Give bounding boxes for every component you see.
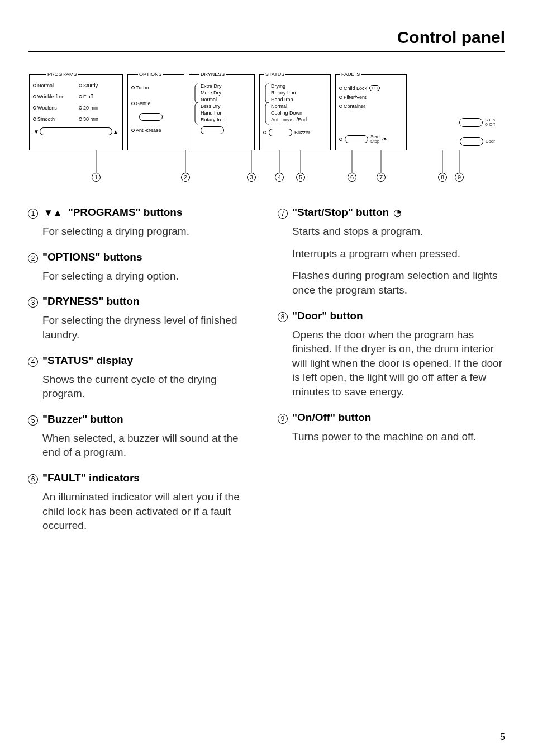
desc-8: Opens the door when the program has fini… [278, 328, 505, 399]
title-8: "Door" button [292, 310, 363, 322]
door-label: Door [486, 139, 495, 144]
dryness-bracket-icon [193, 83, 201, 123]
right-column: 7 "Start/Stop" button ◔ Starts and stops… [278, 206, 505, 545]
down-up-arrow-icon: ▼▲ [44, 207, 63, 219]
left-column: 1 ▼▲ "PROGRAMS" buttons For selecting a … [28, 206, 255, 545]
prog-smooth: Smooth [37, 116, 55, 122]
start-stop-label: Start Stop [370, 135, 380, 144]
item-8: 8 "Door" button Opens the door when the … [278, 310, 505, 399]
callout-6: 6 [348, 173, 356, 182]
panel-faults: FAULTS Child Lock PC Filter/Vent Contain… [335, 74, 407, 150]
down-arrow-icon: ▼ [34, 129, 39, 135]
start-stop-button[interactable] [345, 135, 368, 143]
title-4: "STATUS" display [42, 355, 133, 367]
item-9: 9 "On/Off" button Turns power to the mac… [278, 412, 505, 444]
callout-7: 7 [377, 173, 386, 182]
descriptions: 1 ▼▲ "PROGRAMS" buttons For selecting a … [28, 206, 505, 545]
buzzer-indicator-icon [263, 131, 266, 134]
callout-1: 1 [92, 173, 101, 182]
clock-icon: ◔ [393, 207, 402, 219]
panel-programs: PROGRAMS Normal Wrinkle-free Woolens Smo… [29, 74, 123, 150]
badge-8: 8 [278, 312, 288, 322]
callout-4: 4 [275, 173, 284, 182]
start-indicator-icon [339, 138, 342, 141]
item-4: 4 "STATUS" display Shows the current cyc… [28, 355, 255, 401]
fault-filter: Filter/Vent [344, 94, 367, 100]
dry-extra: Extra Dry [201, 83, 251, 89]
prog-woolens: Woolens [37, 105, 57, 111]
faults-title: FAULTS [340, 72, 361, 77]
badge-5: 5 [28, 415, 38, 426]
desc-9: Turns power to the machine on and off. [278, 429, 505, 444]
opt-turbo: Turbo [136, 85, 149, 91]
badge-7: 7 [278, 209, 288, 219]
desc-7a: Starts and stops a program. [278, 224, 505, 239]
dry-normal: Normal [201, 96, 251, 103]
options-title: OPTIONS [138, 72, 163, 77]
title-5: "Buzzer" button [42, 413, 123, 426]
callout-9: 9 [455, 173, 464, 182]
item-3: 3 "DRYNESS" button For selecting the dry… [28, 295, 255, 342]
programs-rocker-button[interactable]: ▼ ▲ [40, 127, 112, 135]
title-1: "PROGRAMS" buttons [68, 206, 183, 219]
title-6: "FAULT" indicators [42, 472, 140, 484]
status-end: Anti-crease/End [271, 116, 327, 123]
title-3: "DRYNESS" button [42, 295, 140, 308]
status-title: STATUS [264, 72, 285, 77]
badge-6: 6 [28, 474, 38, 484]
desc-7b: Interrupts a program when pressed. [278, 247, 505, 261]
callout-8: 8 [438, 173, 447, 182]
dry-less: Less Dry [201, 103, 251, 110]
control-panel-diagram: PROGRAMS Normal Wrinkle-free Woolens Smo… [29, 74, 504, 190]
item-7: 7 "Start/Stop" button ◔ Starts and stops… [278, 206, 505, 297]
dryness-button[interactable] [201, 126, 224, 134]
callout-row: 1 2 3 4 5 6 7 8 9 [29, 150, 504, 190]
page-number: 5 [500, 732, 505, 742]
badge-1: 1 [28, 209, 38, 219]
pc-badge: PC [369, 85, 380, 91]
programs-title: PROGRAMS [46, 72, 78, 77]
status-drying: Drying [271, 83, 327, 89]
desc-2: For selecting a drying option. [28, 269, 255, 284]
desc-6: An illuminated indicator will alert you … [28, 490, 255, 533]
dry-hand: Hand Iron [201, 110, 251, 116]
title-2: "OPTIONS" buttons [42, 251, 142, 263]
clock-icon: ◔ [382, 136, 387, 142]
badge-9: 9 [278, 414, 288, 424]
prog-normal: Normal [37, 83, 54, 88]
fault-container: Container [344, 103, 365, 109]
desc-1: For selecting a drying program. [28, 224, 255, 239]
item-5: 5 "Buzzer" button When selected, a buzze… [28, 413, 255, 460]
door-button[interactable] [460, 137, 483, 146]
callout-2: 2 [181, 173, 190, 182]
item-6: 6 "FAULT" indicators An illuminated indi… [28, 472, 255, 533]
desc-7c: Flashes during program selection and lig… [278, 268, 505, 297]
status-cooling: Cooling Down [271, 110, 327, 116]
title-7: "Start/Stop" button [292, 206, 389, 219]
panel-status: STATUS Drying Rotary Iron Hand Iron Norm… [259, 74, 331, 150]
dry-more: More Dry [201, 89, 251, 96]
opt-gentle: Gentle [136, 101, 151, 106]
dryness-title: DRYNESS [199, 72, 226, 77]
panel-options: OPTIONS Turbo Gentle Anti-crease [127, 74, 184, 150]
dry-rotary: Rotary Iron [201, 116, 251, 123]
prog-sturdy: Sturdy [83, 83, 98, 88]
buzzer-button[interactable] [269, 129, 292, 136]
prog-wrinkle: Wrinkle-free [37, 94, 64, 100]
on-off-button[interactable] [459, 118, 483, 127]
status-normal: Normal [271, 103, 327, 110]
badge-2: 2 [28, 253, 38, 263]
callout-5: 5 [296, 173, 305, 182]
desc-3: For selecting the dryness level of finis… [28, 313, 255, 342]
title-9: "On/Off" button [292, 412, 371, 424]
desc-4: Shows the current cycle of the drying pr… [28, 372, 255, 401]
status-rotary: Rotary Iron [271, 89, 327, 96]
options-button[interactable] [139, 113, 163, 121]
status-hand: Hand Iron [271, 96, 327, 103]
page-title: Control panel [28, 28, 505, 52]
status-bracket-icon [263, 83, 271, 123]
item-2: 2 "OPTIONS" buttons For selecting a dryi… [28, 251, 255, 284]
prog-20min: 20 min [83, 105, 98, 111]
item-1: 1 ▼▲ "PROGRAMS" buttons For selecting a … [28, 206, 255, 239]
prog-fluff: Fluff [83, 94, 93, 100]
